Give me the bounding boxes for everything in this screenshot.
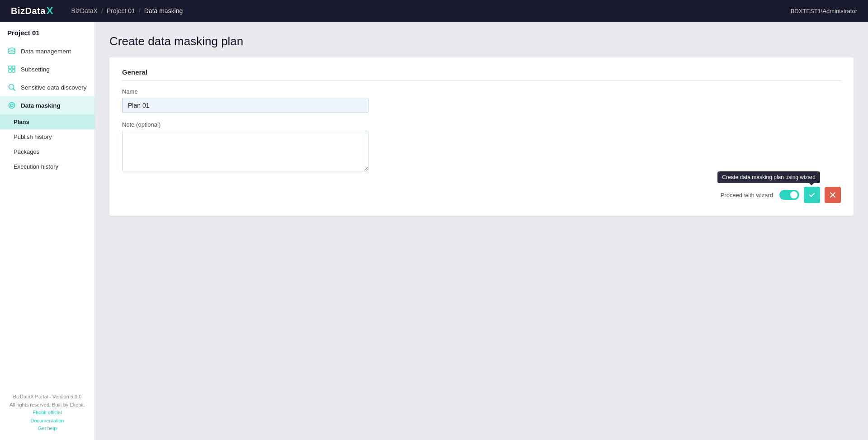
sidebar-item-sensitive-data-discovery-label: Sensitive data discovery bbox=[21, 84, 87, 91]
sidebar-sub-item-plans-label: Plans bbox=[14, 118, 29, 125]
name-label: Name bbox=[122, 88, 841, 95]
confirm-button[interactable] bbox=[804, 187, 820, 203]
proceed-label: Proceed with wizard bbox=[721, 192, 773, 199]
action-bar: Proceed with wizard Create data masking … bbox=[122, 181, 841, 205]
sidebar-item-sensitive-data-discovery[interactable]: Sensitive data discovery bbox=[0, 78, 94, 96]
sidebar-sub-item-packages[interactable]: Packages bbox=[0, 144, 94, 159]
sidebar-item-data-management[interactable]: Data management bbox=[0, 42, 94, 60]
name-input[interactable] bbox=[122, 98, 368, 113]
cancel-button[interactable] bbox=[825, 187, 841, 203]
svg-point-0 bbox=[9, 48, 15, 50]
svg-rect-2 bbox=[12, 66, 15, 69]
footer-line2: All rights reserved. Built by Ekobit. bbox=[7, 401, 87, 409]
name-form-group: Name bbox=[122, 88, 841, 113]
breadcrumb-sep1: / bbox=[101, 7, 103, 14]
svg-rect-1 bbox=[9, 66, 11, 69]
sidebar-sub-item-publish-history-label: Publish history bbox=[14, 133, 52, 140]
sensitive-data-discovery-icon bbox=[7, 83, 16, 92]
data-masking-icon bbox=[7, 101, 16, 110]
breadcrumb: BizDataX / Project 01 / Data masking bbox=[71, 7, 183, 14]
svg-rect-3 bbox=[9, 70, 11, 72]
breadcrumb-sep2: / bbox=[139, 7, 141, 14]
sidebar-sub-item-execution-history[interactable]: Execution history bbox=[0, 159, 94, 174]
footer-line1: BizDataX Portal - Version 5.0.0 bbox=[7, 393, 87, 401]
svg-point-7 bbox=[9, 103, 15, 109]
sidebar-item-data-masking[interactable]: Data masking bbox=[0, 96, 94, 114]
logo-x: X bbox=[47, 5, 53, 17]
confirm-button-wrapper: Create data masking plan using wizard bbox=[804, 187, 820, 203]
footer-link-help[interactable]: Get help bbox=[7, 425, 87, 433]
logo-text: BizData bbox=[11, 6, 46, 16]
sidebar-sub-item-execution-history-label: Execution history bbox=[14, 163, 58, 170]
sidebar-footer: BizDataX Portal - Version 5.0.0 All righ… bbox=[0, 386, 94, 440]
breadcrumb-part1: BizDataX bbox=[71, 7, 98, 14]
page-title: Create data masking plan bbox=[109, 34, 854, 48]
breadcrumb-part3: Data masking bbox=[144, 7, 183, 14]
sidebar: Project 01 Data management Subsetting Se… bbox=[0, 22, 95, 440]
footer-link-ekobit[interactable]: Ekobit official bbox=[7, 409, 87, 417]
sidebar-sub-item-publish-history[interactable]: Publish history bbox=[0, 129, 94, 144]
breadcrumb-part2: Project 01 bbox=[107, 7, 135, 14]
sidebar-item-data-management-label: Data management bbox=[21, 48, 71, 55]
sidebar-item-subsetting[interactable]: Subsetting bbox=[0, 60, 94, 78]
sidebar-item-subsetting-label: Subsetting bbox=[21, 66, 50, 73]
footer-link-docs[interactable]: Documentation bbox=[7, 417, 87, 425]
proceed-with-wizard-toggle[interactable] bbox=[779, 190, 799, 200]
user-info: BDXTEST1\Administrator bbox=[791, 8, 857, 14]
sidebar-sub-item-packages-label: Packages bbox=[14, 148, 39, 155]
main-content: Create data masking plan General Name No… bbox=[95, 22, 868, 440]
note-label: Note (optional) bbox=[122, 121, 841, 128]
svg-rect-4 bbox=[12, 70, 15, 72]
data-management-icon bbox=[7, 47, 16, 56]
svg-point-8 bbox=[10, 104, 13, 107]
logo: BizDataX bbox=[11, 5, 53, 17]
subsetting-icon bbox=[7, 65, 16, 74]
note-form-group: Note (optional) bbox=[122, 121, 841, 173]
section-title-general: General bbox=[122, 68, 841, 81]
sidebar-sub-item-plans[interactable]: Plans bbox=[0, 114, 94, 129]
create-plan-card: General Name Note (optional) Proceed wit… bbox=[109, 57, 854, 216]
toggle-slider bbox=[779, 190, 799, 200]
note-textarea[interactable] bbox=[122, 131, 368, 171]
sidebar-project-title: Project 01 bbox=[0, 22, 94, 42]
svg-line-6 bbox=[13, 89, 15, 90]
sidebar-item-data-masking-label: Data masking bbox=[21, 102, 61, 109]
topbar: BizDataX BizDataX / Project 01 / Data ma… bbox=[0, 0, 868, 22]
